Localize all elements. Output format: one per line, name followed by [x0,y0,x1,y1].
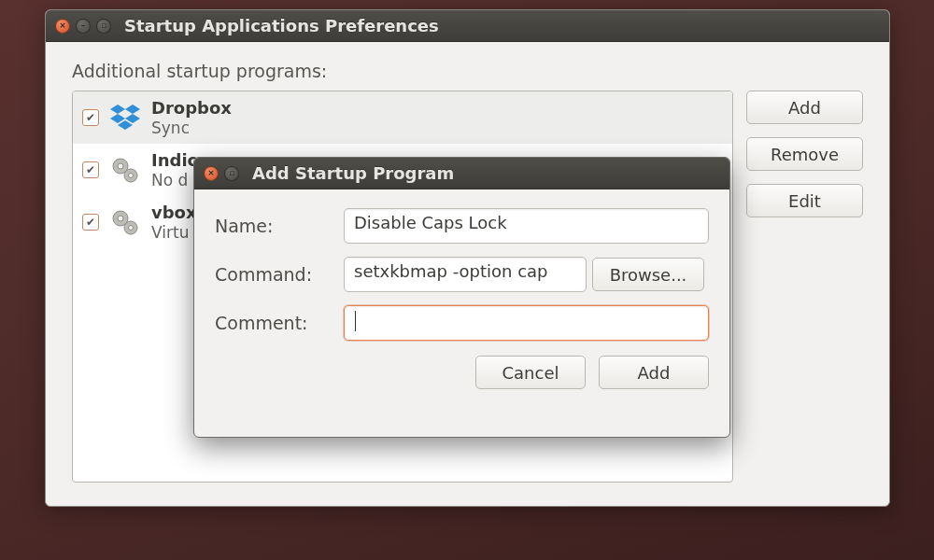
comment-field[interactable] [344,305,709,341]
maximize-icon[interactable]: ▫ [96,19,111,34]
side-buttons: Add Remove Edit [746,91,863,483]
svg-point-10 [118,216,123,221]
dialog-body: Name: Disable Caps Lock Command: setxkbm… [194,189,729,406]
list-item-name: vbox [151,203,197,223]
dialog-window-controls: × ▫ [204,166,239,181]
list-item-name: Dropbox [151,98,232,119]
parent-window-controls: × – ▫ [55,19,111,34]
svg-point-12 [129,226,134,231]
command-label: Command: [215,264,338,285]
dialog-add-button[interactable]: Add [599,356,709,389]
add-button[interactable]: Add [746,91,863,124]
gears-icon [108,153,142,187]
name-field[interactable]: Disable Caps Lock [344,208,709,244]
dialog-footer: Cancel Add [215,356,709,389]
edit-button[interactable]: Edit [746,184,863,217]
close-icon[interactable]: × [204,166,219,181]
dialog-titlebar[interactable]: × ▫ Add Startup Program [194,158,729,189]
dropbox-icon [108,101,142,134]
list-item-name: Indic [151,150,197,171]
checkbox-icon[interactable]: ✔ [82,109,99,126]
name-label: Name: [215,216,338,236]
parent-window-title: Startup Applications Preferences [124,16,439,35]
comment-label: Comment: [215,313,338,333]
dialog-title: Add Startup Program [252,163,454,183]
name-value: Disable Caps Lock [354,213,507,232]
svg-marker-0 [110,105,125,114]
maximize-icon[interactable]: ▫ [224,166,239,181]
gears-icon [108,205,142,239]
add-startup-dialog: × ▫ Add Startup Program Name: Disable Ca… [193,157,730,438]
parent-titlebar[interactable]: × – ▫ Startup Applications Preferences [46,10,889,42]
list-item-desc: No d [151,171,197,189]
browse-button[interactable]: Browse... [592,258,704,291]
svg-marker-1 [125,105,140,114]
checkbox-icon[interactable]: ✔ [82,214,99,231]
list-item-desc: Virtu [151,223,197,242]
svg-point-8 [129,174,134,178]
command-field[interactable]: setxkbmap -option cap [344,257,587,292]
remove-button[interactable]: Remove [746,137,863,171]
command-value: setxkbmap -option cap [354,261,548,281]
svg-point-6 [118,163,123,169]
minimize-icon[interactable]: – [76,19,91,34]
list-item-desc: Sync [151,119,232,137]
text-caret-icon [355,311,356,331]
close-icon[interactable]: × [55,19,70,34]
list-item[interactable]: ✔ Dropbox Sync [73,91,732,144]
checkbox-icon[interactable]: ✔ [82,161,99,178]
cancel-button[interactable]: Cancel [475,356,586,389]
section-label: Additional startup programs: [72,61,863,81]
